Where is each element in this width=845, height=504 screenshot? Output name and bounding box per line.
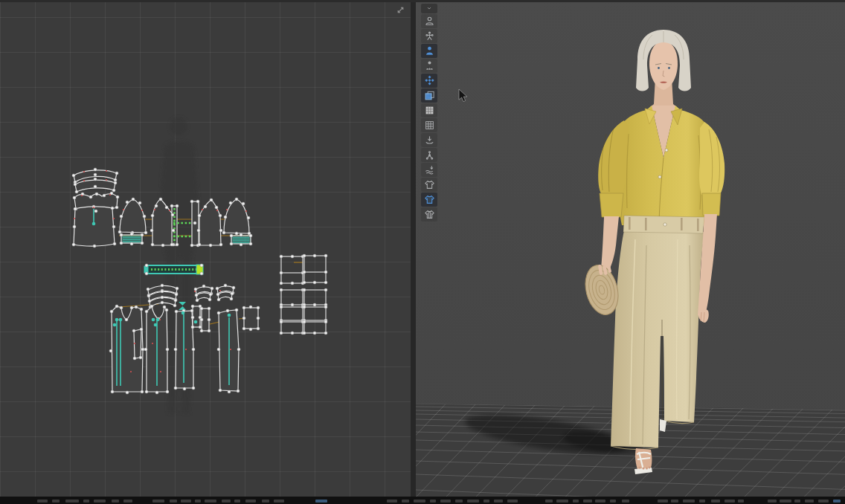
pattern-2d-canvas[interactable] [0, 0, 411, 497]
show-avatar-solid-button[interactable] [421, 44, 437, 58]
tshirt-outline-icon [424, 179, 435, 190]
expand-diagonal-icon [396, 5, 405, 15]
scene-3d [416, 0, 845, 497]
app-window [0, 0, 845, 504]
piece-pant-back-center[interactable] [176, 311, 193, 388]
piece-cuff-left[interactable] [121, 235, 142, 243]
viewport-3d-canvas[interactable] [416, 0, 845, 497]
piece-waistband-strip-selected[interactable] [144, 265, 204, 274]
gravity-toggle-button[interactable] [421, 133, 437, 147]
tshirt-seams-icon [424, 209, 435, 220]
show-arrangement-points-button[interactable] [421, 59, 437, 73]
grid-icon [424, 120, 435, 131]
wind-toggle-button[interactable] [421, 163, 437, 177]
avatar-front-foot [634, 448, 652, 474]
skeleton-icon [424, 30, 435, 42]
show-garment-button[interactable] [421, 178, 437, 192]
piece-pant-back-right[interactable] [219, 310, 239, 391]
show-garment-fit-button[interactable] [421, 193, 437, 207]
pattern-pieces [74, 170, 326, 392]
garment-trousers[interactable] [611, 216, 704, 450]
piece-side-tab[interactable] [244, 308, 258, 329]
show-arrangement-bounding-button[interactable] [421, 74, 437, 88]
person-grid-icon [424, 60, 435, 71]
show-avatar-button[interactable] [421, 14, 437, 28]
avatar-face [649, 41, 678, 90]
piece-sleeve-right[interactable] [224, 199, 249, 233]
show-pattern-overlay-button[interactable] [421, 88, 437, 103]
show-bones-button[interactable] [421, 29, 437, 43]
window-top-strip [0, 0, 845, 2]
wind-icon [424, 164, 435, 175]
person-icon [424, 45, 435, 56]
piece-button-placket[interactable] [172, 206, 177, 245]
avatar-bust-icon [424, 16, 435, 27]
panel-divider[interactable] [411, 0, 416, 497]
show-garment-seams-button[interactable] [421, 207, 437, 222]
collapse-toolbar-button[interactable] [421, 4, 437, 13]
chevron-down-icon [424, 5, 434, 12]
expand-panel-button[interactable] [394, 4, 406, 16]
filled-grid-icon [424, 105, 435, 116]
piece-back-panel[interactable] [74, 207, 115, 246]
mouse-cursor [458, 88, 469, 106]
piece-cuff-right[interactable] [231, 236, 251, 244]
show-grid-button[interactable] [421, 118, 437, 132]
piece-sleeve-left[interactable] [120, 199, 146, 233]
viewport-toolbar [421, 4, 439, 222]
layered-square-icon [424, 90, 435, 101]
scatter-squares-icon [424, 75, 435, 86]
gravity-arrow-icon [424, 135, 435, 146]
bottom-taskbar-clipped [0, 497, 845, 504]
tshirt-solid-icon [424, 194, 435, 205]
joint-axis-icon [424, 149, 435, 161]
show-solid-surface-button[interactable] [421, 103, 437, 117]
pattern-pieces-layer [0, 0, 411, 497]
show-pins-button[interactable] [421, 148, 437, 162]
